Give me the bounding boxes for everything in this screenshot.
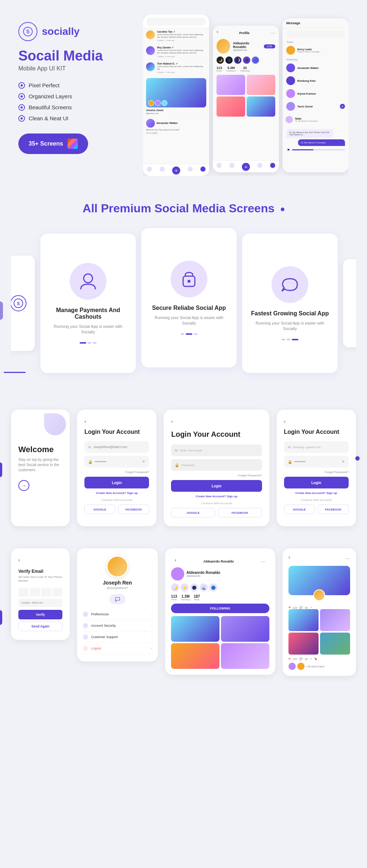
ald-photo-grid: [171, 616, 269, 669]
menu-security[interactable]: Account Security ›: [83, 620, 152, 631]
sf-banner: [288, 566, 350, 595]
password-input-1[interactable]: 🔒 •••••••••• 👁: [84, 456, 149, 468]
msg-preview-natia: Hi, My Name Is Thomsen: [295, 120, 318, 122]
ald-follow-btn[interactable]: FOLLOWING: [171, 604, 269, 613]
peek-icon: S: [11, 295, 26, 311]
login-btn-1[interactable]: Login: [84, 477, 149, 488]
forgot-link-3[interactable]: Forget Password?: [284, 470, 349, 474]
password-value-1: ••••••••••: [95, 460, 106, 464]
forgot-link-2[interactable]: Forget Password?: [171, 474, 262, 477]
login-card3-nav: ‹: [284, 418, 349, 427]
ob-card-desc-2: Running your Social App is easier with S…: [150, 315, 228, 326]
profile-nav-title: Profile: [239, 31, 250, 35]
emoji-5: 🔵: [252, 56, 259, 64]
welcome-arrow[interactable]: →: [18, 480, 29, 491]
logout-arrow: ›: [151, 647, 152, 650]
ald-back[interactable]: ‹: [175, 557, 177, 563]
login-back-1[interactable]: ‹: [84, 418, 86, 424]
logo-circle: S: [18, 22, 37, 41]
live-badge: LIVE: [264, 44, 275, 48]
login-btn-3[interactable]: Login: [284, 477, 349, 488]
signup-link-2[interactable]: Sign up: [227, 495, 237, 498]
ob-dot2-1: [181, 333, 184, 335]
sf-commenters: +29 others liked: [288, 663, 350, 670]
sf-tile-2: [320, 609, 350, 631]
sec-arrow: ›: [151, 624, 152, 627]
email-input-2[interactable]: ✉ Enter Your Email: [171, 444, 262, 456]
signup-link-3[interactable]: Sign up: [326, 491, 337, 495]
joseph-ava-wrap: [83, 556, 152, 578]
code-box-2[interactable]: [30, 588, 40, 597]
login-back-3[interactable]: ‹: [284, 418, 286, 424]
password-input-3[interactable]: 🔒 •••••••••• 👁: [284, 456, 349, 468]
commenter-count: +29 others liked: [306, 665, 324, 668]
google-btn-2[interactable]: GOOGLE: [171, 508, 215, 517]
forgot-link-1[interactable]: Forget Password?: [84, 470, 149, 474]
verify-btn[interactable]: Verify: [18, 610, 62, 619]
joseph-name: Joseph Ren: [83, 580, 152, 586]
login-card-2: ‹ Login Your Account ✉ Enter Your Email …: [164, 410, 269, 526]
story-area: Jessica Jones @jessica.com: [143, 76, 209, 117]
code-box-3[interactable]: [41, 588, 51, 597]
password-value-3: ••••••••••: [294, 460, 306, 464]
email-input-1[interactable]: ✉ JosephRen@Mail.Com: [84, 441, 149, 453]
messages-search[interactable]: [286, 30, 345, 37]
sf-back[interactable]: ‹: [288, 554, 290, 560]
ald-reels-lbl: Reels: [194, 598, 200, 601]
ald-emoji-row: 🌙 ⭐ 🌑 🌊 🔵: [171, 583, 269, 592]
phone-feed-inner: Caroline Tan ✓ Lorem ipsum dolor sit ame…: [143, 15, 209, 176]
signup-link-1[interactable]: Sign up: [127, 491, 138, 495]
ald-handle: @aldeanrdo: [186, 575, 220, 577]
email-input-3[interactable]: ✉ josephlg—gmail.Com: [284, 441, 349, 453]
ph2-stat-lbl-1: Posts: [217, 70, 222, 72]
verify-back[interactable]: ‹: [18, 557, 20, 563]
msg-name-natia: Natia: [295, 117, 318, 120]
screens-button[interactable]: 35+ Screens: [18, 133, 88, 154]
create-text-2: Create New Account?: [196, 495, 226, 498]
verify-code-inputs: [18, 588, 62, 597]
login-card-title-2: Login Your Account: [171, 430, 262, 439]
phone-feed: Caroline Tan ✓ Lorem ipsum dolor sit ame…: [143, 15, 209, 176]
eye-icon-3: 👁: [342, 460, 345, 464]
code-box-4[interactable]: [52, 588, 62, 597]
ph2-stat-num-3: 25: [240, 66, 250, 70]
create-link-2: Create New Account? Sign up: [171, 495, 262, 498]
send-again-btn[interactable]: Send Again: [18, 622, 62, 631]
story-banner: [146, 78, 206, 107]
login-btn-2[interactable]: Login: [171, 480, 262, 492]
ob-dots-1: [80, 342, 97, 344]
login-back-2[interactable]: ‹: [171, 418, 173, 424]
password-input-2[interactable]: 🔒 Password: [171, 459, 262, 471]
google-btn-3[interactable]: GOOGLE: [284, 505, 315, 514]
msg-ava-roeibung: [286, 76, 295, 85]
ob-icon-wrap-1: [70, 263, 106, 300]
profile-info-ph2: Aldeanrdo Ronaldo @aldeanrdo: [233, 41, 261, 51]
facebook-btn-1[interactable]: FACEBOOK: [118, 505, 149, 514]
menu-preferences[interactable]: Preferences ›: [83, 609, 152, 620]
msg-text-kerry: Kerry Lewis Please confirm message...: [297, 48, 321, 53]
menu-logout[interactable]: Logout ›: [83, 643, 152, 654]
ald-avatar: [171, 567, 184, 581]
feature-label-4: Clean & Neat UI: [29, 115, 68, 121]
msg-name-arjuna: Arjuna Kumour: [297, 92, 316, 95]
continue-txt-2: Continue With Accounts: [171, 502, 262, 505]
facebook-btn-3[interactable]: FACEBOOK: [318, 505, 349, 514]
ald-emoji-1: 🌙: [171, 583, 179, 592]
verify-nav: ‹: [18, 557, 62, 566]
google-btn-1[interactable]: GOOGLE: [84, 505, 115, 514]
code-box-1[interactable]: [18, 588, 29, 597]
pref-arrow: ›: [151, 613, 152, 616]
story-avatars: [148, 100, 167, 106]
feature-item-3: Beautiful Screens: [18, 104, 136, 111]
sf-tile-1: [288, 609, 319, 631]
facebook-btn-2[interactable]: FACEBOOK: [218, 508, 262, 517]
email-value-3: josephlg—gmail.Com: [293, 446, 321, 449]
avatar-caroline: [146, 30, 155, 39]
gap-2: [0, 537, 367, 545]
ob-dots-3: [281, 339, 298, 340]
ob-dot2-active: [186, 333, 192, 335]
joseph-msg-btn[interactable]: [109, 594, 126, 604]
email-placeholder-2: Enter Your Email: [180, 449, 202, 452]
share-icon-2: ↗: [310, 658, 312, 660]
menu-support[interactable]: Customer Support ›: [83, 631, 152, 643]
